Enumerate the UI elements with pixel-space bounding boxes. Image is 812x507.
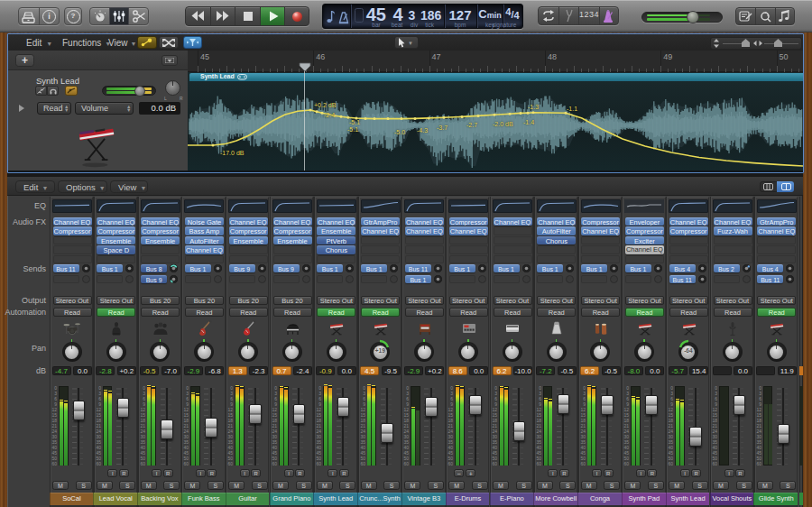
- svg-text:60: 60: [316, 461, 321, 466]
- svg-text:60: 60: [51, 461, 57, 466]
- svg-text:60: 60: [712, 461, 717, 466]
- svg-text:60: 60: [448, 461, 454, 466]
- svg-text:60: 60: [669, 461, 674, 466]
- svg-text:60: 60: [140, 461, 145, 466]
- svg-text:60: 60: [184, 461, 189, 466]
- svg-text:60: 60: [536, 461, 541, 466]
- svg-text:60: 60: [624, 461, 630, 466]
- svg-text:60: 60: [492, 461, 497, 466]
- svg-text:60: 60: [404, 461, 410, 466]
- svg-text:60: 60: [228, 461, 234, 466]
- svg-text:60: 60: [580, 461, 586, 466]
- svg-text:60: 60: [272, 461, 277, 466]
- svg-text:60: 60: [360, 461, 365, 466]
- svg-text:60: 60: [756, 461, 761, 466]
- svg-text:60: 60: [96, 461, 101, 466]
